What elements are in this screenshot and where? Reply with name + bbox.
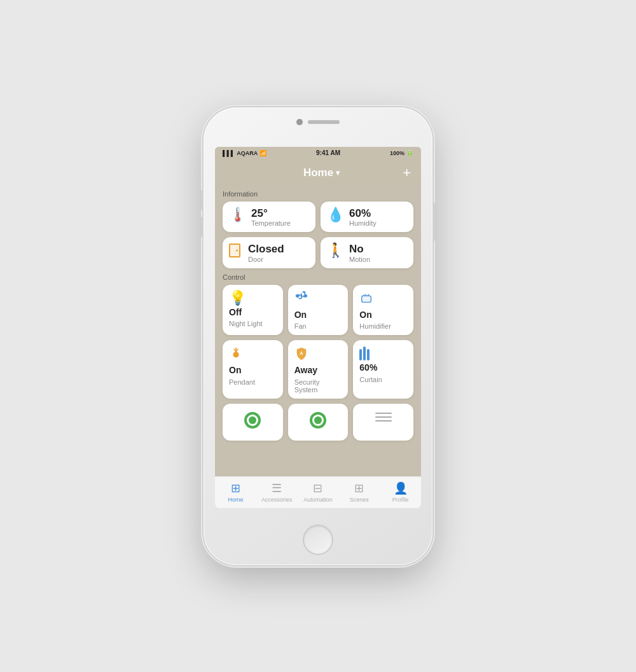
scenes-nav-icon: ⊞ [354,481,364,495]
scene-2-icon [309,411,327,433]
volume-up-button[interactable] [201,190,204,210]
scroll-content: Information 🌡️ 25° Temperature [215,185,421,476]
fan-label: Fan [294,322,307,330]
temperature-label: Temperature [251,219,291,227]
dropdown-arrow: ▾ [336,168,340,177]
scene-1-icon [244,411,261,433]
pendant-icon [229,346,243,363]
profile-nav-icon: 👤 [394,481,408,495]
svg-rect-0 [362,296,371,302]
front-camera [296,119,303,125]
drop-icon: 💧 [327,208,344,222]
bottom-nav: ⊞ Home ☰ Accessories ⊟ Automation ⊞ Scen… [215,476,421,508]
motion-value: No [349,243,370,256]
svg-point-12 [249,416,256,424]
nav-accessories[interactable]: ☰ Accessories [256,481,298,503]
home-title[interactable]: Home ▾ [303,167,340,179]
home-button[interactable] [304,526,332,554]
control-row-2: On Pendant A Away [223,340,413,398]
door-value: Closed [248,243,284,256]
temperature-card[interactable]: 🌡️ 25° Temperature [223,202,315,233]
door-label: Door [248,256,284,263]
automation-nav-icon: ⊟ [313,481,322,495]
door-card[interactable]: Closed Door [223,237,315,268]
scene-card-2[interactable] [288,404,349,441]
information-section-label: Information [223,190,413,198]
status-bar: ▌▌▌ AQARA 📶 9:41 AM 100% 🔋 [215,147,421,160]
battery-icon: 🔋 [406,150,413,156]
status-time: 9:41 AM [316,149,340,156]
humidity-label: Humidity [349,219,377,227]
info-row-1: 🌡️ 25° Temperature 💧 60% Hu [223,202,413,233]
automation-nav-label: Automation [303,497,333,503]
phone-top-area [296,119,340,125]
night-light-card[interactable]: 💡 Off Night Light [223,285,283,335]
control-section-label: Control [223,273,413,281]
curtain-icon [359,346,370,360]
profile-nav-label: Profile [392,497,409,503]
fan-icon [294,291,308,308]
pendant-label: Pendant [229,378,255,386]
curtain-value: 60% [359,363,377,373]
curtain-label: Curtain [359,376,382,383]
humidifier-card[interactable]: On Humidifier [353,285,413,335]
volume-down-button[interactable] [201,217,204,237]
scene-3-icon [375,411,392,425]
home-label: Home [303,167,333,179]
scene-card-1[interactable] [223,404,283,441]
phone-body: ▌▌▌ AQARA 📶 9:41 AM 100% 🔋 Home ▾ + [204,107,432,565]
nav-scenes[interactable]: ⊞ Scenes [338,481,380,503]
svg-text:A: A [300,350,303,356]
accessories-nav-label: Accessories [261,497,293,503]
status-left: ▌▌▌ AQARA 📶 [223,150,266,156]
battery-percent: 100% [390,150,404,156]
pendant-value: On [229,366,241,375]
carrier-name: AQARA [237,150,258,156]
home-nav-label: Home [228,497,243,503]
svg-point-5 [233,352,238,358]
scene-card-3[interactable] [353,404,413,441]
earpiece-speaker [308,120,340,124]
security-value: Away [294,366,317,375]
fan-value: On [294,310,307,320]
humidity-value: 60% [349,208,377,220]
motion-icon: 🚶 [327,243,344,257]
nav-automation[interactable]: ⊟ Automation [298,481,339,503]
pendant-card[interactable]: On Pendant [223,340,283,398]
night-light-label: Night Light [229,320,263,327]
security-icon: A [294,346,308,363]
humidity-card[interactable]: 💧 60% Humidity [321,202,413,233]
accessories-nav-icon: ☰ [272,481,282,495]
control-row-1: 💡 Off Night Light On [223,285,413,335]
app-header: Home ▾ + [215,160,421,185]
scene-row [223,404,413,441]
phone-screen: ▌▌▌ AQARA 📶 9:41 AM 100% 🔋 Home ▾ + [215,147,421,508]
bulb-icon: 💡 [229,291,246,305]
motion-label: Motion [349,256,370,263]
add-button[interactable]: + [403,165,411,181]
wifi-icon: 📶 [259,150,266,156]
scenes-nav-label: Scenes [350,497,369,503]
humidifier-label: Humidifier [359,322,391,330]
humidifier-icon [359,291,373,308]
night-light-value: Off [229,308,242,317]
nav-home[interactable]: ⊞ Home [215,481,256,503]
humidifier-value: On [359,310,371,320]
power-button[interactable] [432,203,435,241]
security-card[interactable]: A Away Security System [288,340,349,398]
temperature-value: 25° [251,208,291,220]
security-label: Security System [294,378,342,394]
svg-point-15 [314,416,322,424]
signal-bars: ▌▌▌ [223,150,235,156]
motion-card[interactable]: 🚶 No Motion [321,237,413,268]
door-icon [229,243,240,260]
phone-frame: ▌▌▌ AQARA 📶 9:41 AM 100% 🔋 Home ▾ + [204,107,432,565]
thermometer-icon: 🌡️ [229,208,246,222]
curtain-card[interactable]: 60% Curtain [353,340,413,398]
nav-profile[interactable]: 👤 Profile [380,481,421,503]
fan-card[interactable]: On Fan [288,285,349,335]
status-right: 100% 🔋 [390,150,413,156]
home-nav-icon: ⊞ [231,481,240,495]
info-row-2: Closed Door 🚶 No Motion [223,237,413,268]
